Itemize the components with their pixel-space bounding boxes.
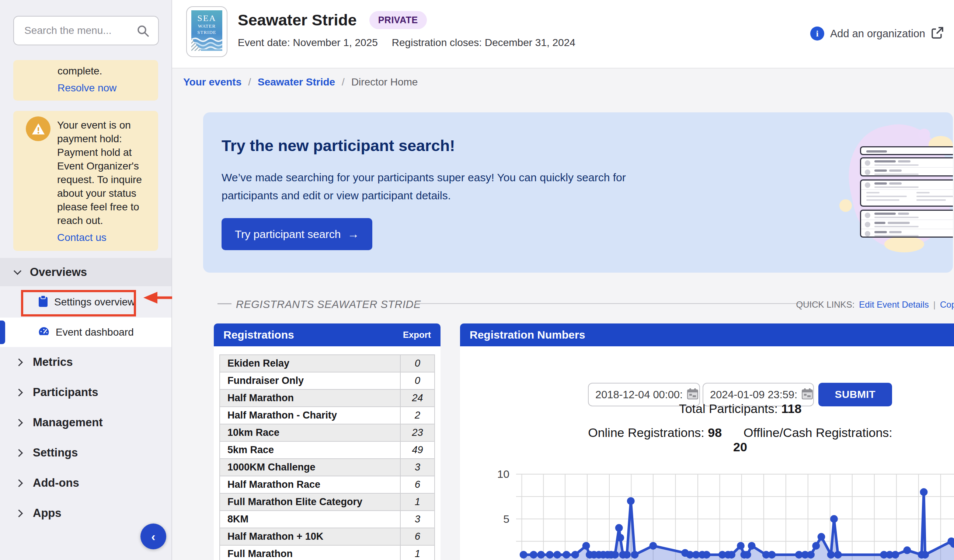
section-label: Overviews: [30, 266, 87, 279]
panel-title: Registration Numbers: [470, 329, 585, 341]
sidebar-item-add-ons[interactable]: Add-ons: [0, 468, 171, 498]
breadcrumb-seawater-stride[interactable]: Seawater Stride: [258, 76, 335, 88]
registration-totals: Total Participants: 118 Online Registrat…: [588, 401, 892, 454]
table-row: Half Marathon + 10K6: [220, 528, 434, 546]
table-row: Half Marathon Race6: [220, 476, 434, 494]
quick-links-label: QUICK LINKS:: [796, 300, 855, 310]
decorative-blob: [884, 236, 924, 252]
sidebar-item-apps[interactable]: Apps: [0, 498, 171, 528]
edit-event-details-link[interactable]: Edit Event Details: [859, 300, 929, 310]
private-badge: PRIVATE: [369, 11, 427, 29]
clipboard-icon: [38, 296, 48, 309]
registration-count-cell: 3: [400, 459, 434, 476]
breadcrumb: Your events / Seawater Stride / Director…: [183, 76, 418, 88]
chevron-right-icon: [15, 418, 23, 426]
sidebar-section-overviews[interactable]: Overviews: [0, 258, 171, 286]
event-name-cell: Half Marathon Race: [220, 476, 400, 493]
banner-body: We’ve made searching for your participan…: [221, 168, 679, 204]
resolve-now-link[interactable]: Resolve now: [58, 82, 117, 94]
registration-count-cell: 6: [400, 528, 434, 545]
svg-text:5: 5: [503, 513, 510, 525]
event-name-cell: Half Marathon - Charity: [220, 407, 400, 424]
total-participants-value: 118: [781, 401, 801, 415]
decorative-blob: [918, 129, 930, 140]
alert-text: complete.: [58, 65, 154, 77]
chevron-right-icon: [15, 509, 23, 517]
sidebar-item-label: Event dashboard: [56, 327, 134, 338]
registration-count-cell: 3: [400, 511, 434, 527]
date-from-input[interactable]: [595, 389, 683, 401]
export-button[interactable]: Export: [403, 330, 431, 340]
sidebar-item-settings-overview[interactable]: Settings overview: [0, 286, 171, 317]
alert-incomplete: complete. Resolve now: [13, 60, 158, 101]
divider: [415, 303, 820, 304]
chevron-right-icon: [15, 479, 23, 487]
warning-icon: [26, 117, 50, 141]
breadcrumb-current: Director Home: [351, 76, 418, 88]
sidebar-menu: MetricsParticipantsManagementSettingsAdd…: [0, 347, 171, 528]
alert-text: Your event is on payment hold: Payment h…: [57, 118, 149, 227]
try-participant-search-button[interactable]: Try participant search →: [221, 218, 372, 250]
info-icon: i: [810, 26, 824, 40]
table-row: Ekiden Relay0: [220, 355, 434, 372]
divider: [217, 303, 231, 304]
registrations-line-chart: 0510Jan 1Jul 1Jan 1Jul 1Jan 1Jul 1Jan 1J…: [490, 465, 954, 560]
chevron-right-icon: [15, 449, 23, 456]
add-organization-label: Add an organization: [830, 28, 925, 40]
event-name-cell: Full Marathon: [220, 546, 400, 560]
banner-title: Try the new participant search!: [221, 137, 455, 155]
logo-text: SEA: [197, 13, 216, 23]
breadcrumb-your-events[interactable]: Your events: [183, 76, 242, 88]
illustration-list-card: [860, 157, 953, 176]
active-item-indicator: [0, 320, 5, 344]
date-to-input[interactable]: [710, 389, 798, 401]
table-row: Full Marathon Elite Category1: [220, 494, 434, 511]
collapse-sidebar-button[interactable]: ‹: [140, 524, 166, 549]
sidebar-item-label: Add-ons: [33, 476, 79, 490]
alert-payment-hold: Your event is on payment hold: Payment h…: [13, 111, 158, 251]
sidebar-item-event-dashboard[interactable]: Event dashboard: [0, 317, 171, 347]
registration-count-cell: 0: [400, 355, 434, 372]
registration-closes-text: Registration closes: December 31, 2024: [392, 37, 575, 49]
sidebar: complete. Resolve now Your event is on p…: [0, 0, 172, 560]
event-date-text: Event date: November 1, 2025: [238, 37, 378, 49]
panel-title: Registrations: [223, 329, 294, 341]
logo-text: STRIDE: [197, 29, 217, 35]
event-name-cell: 5km Race: [220, 442, 400, 458]
seawater-stride-logo-image: SEA WATER STRIDE: [191, 10, 222, 53]
decorative-blob: [839, 199, 852, 212]
sidebar-item-label: Apps: [33, 507, 62, 520]
section-title: REGISTRANTS SEAWATER STRIDE: [236, 299, 421, 311]
sidebar-item-metrics[interactable]: Metrics: [0, 347, 171, 377]
registration-count-cell: 2: [400, 407, 434, 424]
add-organization-link[interactable]: i Add an organization: [810, 26, 944, 40]
illustration-detail-card: [860, 179, 953, 207]
event-header: SEA WATER STRIDE Seawater Stride PRIVATE…: [172, 0, 954, 68]
sidebar-item-participants[interactable]: Participants: [0, 377, 171, 408]
search-icon[interactable]: [137, 25, 149, 39]
offline-registrations-label: Offline/Cash Registrations:: [744, 426, 892, 440]
sidebar-item-label: Settings overview: [54, 296, 135, 308]
event-name-cell: Ekiden Relay: [220, 355, 400, 372]
page-title: Seawater Stride: [238, 11, 357, 29]
total-participants-label: Total Participants:: [679, 401, 778, 415]
registration-count-cell: 23: [400, 425, 434, 441]
logo-footer-strip: [191, 51, 222, 53]
svg-text:10: 10: [497, 468, 510, 480]
event-name-cell: 8KM: [220, 511, 400, 527]
sidebar-item-label: Metrics: [33, 356, 73, 369]
calendar-icon[interactable]: [687, 388, 698, 401]
table-row: Half Marathon - Charity2: [220, 407, 434, 425]
contact-us-link[interactable]: Contact us: [57, 232, 106, 244]
registrants-section-header: REGISTRANTS SEAWATER STRIDE QUICK LINKS:…: [172, 299, 954, 310]
event-name-cell: Half Marathon: [220, 390, 400, 406]
sidebar-item-label: Settings: [33, 446, 78, 459]
registration-numbers-panel: Registration Numbers SUBMIT Total Partic…: [460, 324, 954, 560]
calendar-icon[interactable]: [801, 388, 813, 401]
table-row: 10km Race23: [220, 425, 434, 442]
sidebar-item-management[interactable]: Management: [0, 408, 171, 438]
event-name-cell: 1000KM Challenge: [220, 459, 400, 476]
sidebar-item-settings[interactable]: Settings: [0, 438, 171, 468]
illustration-search-card: [860, 146, 953, 155]
copy-link[interactable]: Cop: [940, 300, 954, 310]
